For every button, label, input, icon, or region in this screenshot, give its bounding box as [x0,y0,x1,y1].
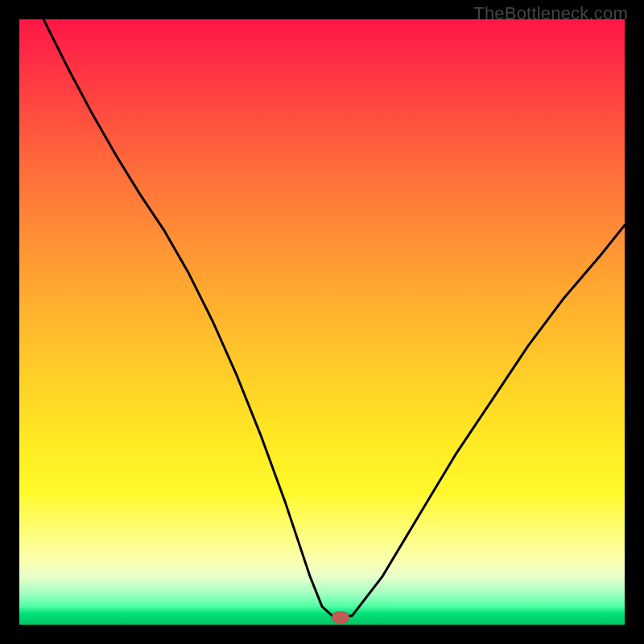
watermark-text: TheBottleneck.com [473,3,628,24]
bottleneck-curve [19,19,625,625]
optimal-point-marker [332,611,349,623]
chart-frame: TheBottleneck.com [0,0,644,644]
curve-path [43,19,625,617]
plot-area [19,19,625,625]
